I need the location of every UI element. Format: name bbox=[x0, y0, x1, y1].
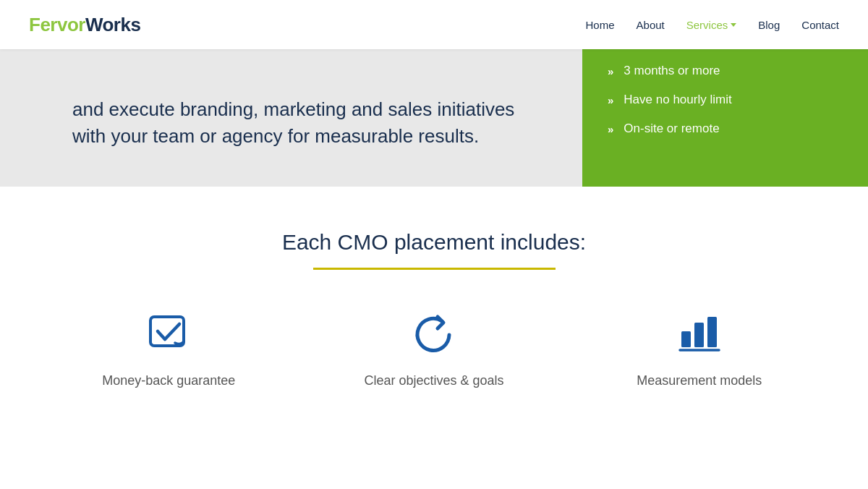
bullet-arrow-icon: » bbox=[608, 65, 613, 77]
logo-works: Works bbox=[85, 14, 141, 35]
hero-left-panel: and execute branding, marketing and sale… bbox=[0, 49, 582, 187]
feature-label: Clear objectives & goals bbox=[364, 373, 503, 388]
list-item: » 3 months or more bbox=[608, 64, 846, 78]
cmo-divider bbox=[313, 268, 556, 270]
bullet-label: On-site or remote bbox=[624, 122, 719, 136]
bullet-label: Have no hourly limit bbox=[624, 93, 731, 107]
nav-about[interactable]: About bbox=[637, 19, 665, 31]
nav-home[interactable]: Home bbox=[586, 19, 615, 31]
feature-money-back: Money-back guarantee bbox=[36, 310, 302, 388]
nav-blog[interactable]: Blog bbox=[758, 19, 780, 31]
svg-rect-2 bbox=[694, 323, 704, 347]
svg-rect-1 bbox=[681, 331, 691, 347]
hero-right-panel: » 3 months or more » Have no hourly limi… bbox=[582, 49, 868, 187]
logo-fervor: Fervor bbox=[29, 14, 85, 35]
feature-measurement: Measurement models bbox=[566, 310, 832, 388]
svg-rect-3 bbox=[707, 317, 717, 347]
hero-description: and execute branding, marketing and sale… bbox=[72, 96, 539, 150]
nav-services[interactable]: Services bbox=[686, 19, 737, 31]
feature-objectives: Clear objectives & goals bbox=[302, 310, 567, 388]
hero-section: and execute branding, marketing and sale… bbox=[0, 49, 868, 187]
chart-icon bbox=[674, 310, 725, 360]
refresh-icon bbox=[409, 310, 459, 360]
checkmark-icon bbox=[143, 310, 194, 360]
site-header: FervorWorks Home About Services Blog Con… bbox=[0, 0, 868, 49]
features-row: Money-back guarantee Clear objectives & … bbox=[36, 310, 832, 388]
bullet-arrow-icon: » bbox=[608, 94, 613, 106]
nav-contact[interactable]: Contact bbox=[801, 19, 839, 31]
feature-label: Measurement models bbox=[637, 373, 762, 388]
main-nav: Home About Services Blog Contact bbox=[586, 19, 839, 31]
bullet-arrow-icon: » bbox=[608, 123, 613, 135]
svg-rect-0 bbox=[150, 317, 184, 346]
feature-label: Money-back guarantee bbox=[102, 373, 235, 388]
cmo-title: Each CMO placement includes: bbox=[282, 230, 586, 255]
logo[interactable]: FervorWorks bbox=[29, 14, 140, 36]
chevron-down-icon bbox=[731, 23, 736, 27]
cmo-section: Each CMO placement includes: Money-back … bbox=[0, 187, 868, 425]
list-item: » On-site or remote bbox=[608, 122, 846, 136]
list-item: » Have no hourly limit bbox=[608, 93, 846, 107]
bullet-label: 3 months or more bbox=[624, 64, 720, 78]
